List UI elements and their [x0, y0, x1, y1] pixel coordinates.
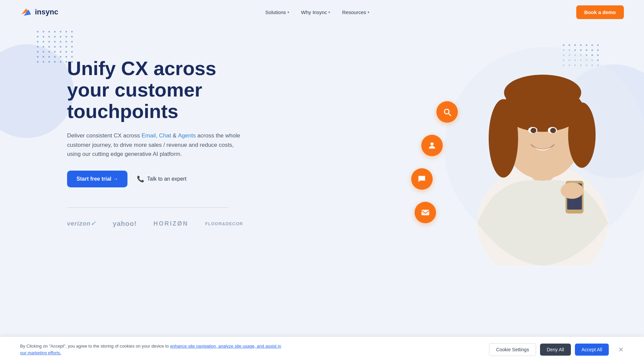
nav-links: Solutions ▾ Why Insync ▾ Resources ▾ — [265, 9, 369, 15]
yahoo-logo: yahoo! — [113, 220, 137, 228]
chevron-down-icon: ▾ — [328, 10, 330, 14]
horizon-logo: HORIZØN — [154, 220, 189, 227]
phone-icon: 📞 — [137, 175, 144, 183]
close-cookie-button[interactable]: ✕ — [618, 346, 624, 354]
svg-rect-3 — [421, 210, 429, 215]
cookie-buttons: Cookie Settings Deny All Accept All ✕ — [489, 343, 624, 356]
cookie-text: By Clicking on "Accept", you agree to th… — [20, 343, 288, 356]
hero-title: Unify CX across your customer touchpoint… — [67, 58, 241, 122]
brand-name: insync — [35, 8, 58, 16]
start-trial-button[interactable]: Start free trial → — [67, 171, 127, 187]
svg-point-11 — [504, 75, 581, 111]
svg-point-2 — [430, 142, 433, 145]
brand-logos: verizon✓ yahoo! HORIZØN FLOOR&DECOR — [67, 220, 241, 228]
cookie-banner: By Clicking on "Accept", you agree to th… — [0, 337, 644, 362]
chevron-down-icon: ▾ — [287, 10, 289, 14]
divider — [67, 207, 228, 208]
navbar: insync Solutions ▾ Why Insync ▾ Resource… — [0, 0, 644, 24]
logo[interactable]: insync — [20, 6, 58, 18]
accept-all-button[interactable]: Accept All — [575, 344, 609, 356]
email-link[interactable]: Email, — [142, 132, 157, 139]
nav-resources[interactable]: Resources ▾ — [342, 9, 369, 15]
agents-link[interactable]: Agents — [178, 132, 196, 139]
hero-description: Deliver consistent CX across Email, Chat… — [67, 131, 241, 159]
svg-point-10 — [568, 103, 596, 168]
cookie-settings-button[interactable]: Cookie Settings — [489, 343, 536, 356]
svg-point-14 — [531, 128, 537, 133]
talk-to-expert-button[interactable]: 📞 Talk to an expert — [137, 175, 186, 183]
float-person-icon — [421, 135, 443, 156]
hero-image — [376, 24, 644, 265]
chevron-down-icon: ▾ — [368, 10, 369, 14]
float-email-icon — [415, 202, 436, 223]
svg-point-18 — [560, 182, 583, 199]
hero-cta: Start free trial → 📞 Talk to an expert — [67, 171, 241, 187]
svg-point-15 — [550, 128, 556, 133]
hero-content: Unify CX across your customer touchpoint… — [67, 38, 241, 228]
float-search-icon — [436, 101, 458, 123]
book-demo-button[interactable]: Book a demo — [576, 5, 624, 19]
chat-link[interactable]: Chat — [159, 132, 171, 139]
deny-all-button[interactable]: Deny All — [540, 344, 571, 356]
float-chat-icon — [411, 168, 433, 190]
svg-point-9 — [489, 99, 518, 178]
floor-decor-logo: FLOOR&DECOR — [205, 221, 243, 226]
verizon-logo: verizon✓ — [67, 220, 96, 227]
nav-why-insync[interactable]: Why Insync ▾ — [301, 9, 330, 15]
nav-solutions[interactable]: Solutions ▾ — [265, 9, 289, 15]
hero-section: Unify CX across your customer touchpoint… — [0, 24, 644, 265]
